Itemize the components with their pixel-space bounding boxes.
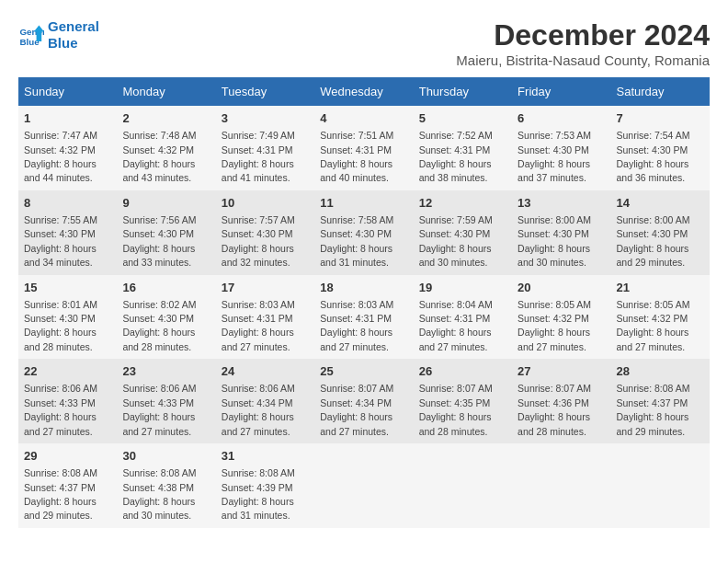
day-number: 15 xyxy=(24,280,111,296)
daylight-minutes: and 27 minutes. xyxy=(518,341,586,352)
daylight-info: Daylight: 8 hours xyxy=(24,327,97,338)
day-number: 6 xyxy=(518,110,605,127)
daylight-info: Daylight: 8 hours xyxy=(222,158,294,169)
day-cell: 13Sunrise: 8:00 AMSunset: 4:30 PMDayligh… xyxy=(512,190,610,275)
sunset-info: Sunset: 4:31 PM xyxy=(222,313,293,324)
daylight-info: Daylight: 8 hours xyxy=(320,243,392,254)
sunset-info: Sunset: 4:30 PM xyxy=(222,228,293,239)
day-cell: 22Sunrise: 8:06 AMSunset: 4:33 PMDayligh… xyxy=(18,359,117,443)
daylight-minutes: and 37 minutes. xyxy=(518,172,586,183)
daylight-info: Daylight: 8 hours xyxy=(24,243,97,254)
sunset-info: Sunset: 4:31 PM xyxy=(419,313,491,324)
sunrise-info: Sunrise: 7:59 AM xyxy=(419,214,493,225)
day-cell: 31Sunrise: 8:08 AMSunset: 4:39 PMDayligh… xyxy=(216,443,314,528)
sunrise-info: Sunrise: 7:49 AM xyxy=(222,130,295,141)
sunrise-info: Sunrise: 8:08 AM xyxy=(617,383,690,394)
sunrise-info: Sunrise: 7:56 AM xyxy=(122,214,196,225)
day-cell: 28Sunrise: 8:08 AMSunset: 4:37 PMDayligh… xyxy=(611,359,710,443)
sunrise-info: Sunrise: 8:06 AM xyxy=(24,383,97,394)
week-row-2: 8Sunrise: 7:55 AMSunset: 4:30 PMDaylight… xyxy=(18,190,710,275)
day-cell: 16Sunrise: 8:02 AMSunset: 4:30 PMDayligh… xyxy=(117,275,215,360)
day-cell: 27Sunrise: 8:07 AMSunset: 4:36 PMDayligh… xyxy=(512,359,610,443)
daylight-info: Daylight: 8 hours xyxy=(419,243,492,254)
daylight-info: Daylight: 8 hours xyxy=(617,327,689,338)
sunrise-info: Sunrise: 7:51 AM xyxy=(320,130,393,141)
sunrise-info: Sunrise: 8:07 AM xyxy=(518,383,591,394)
sunset-info: Sunset: 4:31 PM xyxy=(320,313,392,324)
day-cell: 2Sunrise: 7:48 AMSunset: 4:32 PMDaylight… xyxy=(117,106,215,190)
day-cell: 17Sunrise: 8:03 AMSunset: 4:31 PMDayligh… xyxy=(216,275,314,360)
logo: General Blue General Blue xyxy=(18,18,99,52)
day-cell: 29Sunrise: 8:08 AMSunset: 4:37 PMDayligh… xyxy=(18,443,117,528)
daylight-info: Daylight: 8 hours xyxy=(122,243,195,254)
daylight-info: Daylight: 8 hours xyxy=(518,411,590,422)
sunset-info: Sunset: 4:33 PM xyxy=(24,397,96,408)
daylight-info: Daylight: 8 hours xyxy=(24,411,97,422)
sunrise-info: Sunrise: 8:02 AM xyxy=(122,299,196,310)
sunrise-info: Sunrise: 8:00 AM xyxy=(617,214,690,225)
day-cell: 12Sunrise: 7:59 AMSunset: 4:30 PMDayligh… xyxy=(414,190,512,275)
day-cell: 25Sunrise: 8:07 AMSunset: 4:34 PMDayligh… xyxy=(314,359,413,443)
daylight-info: Daylight: 8 hours xyxy=(222,327,294,338)
sunrise-info: Sunrise: 7:52 AM xyxy=(419,130,493,141)
daylight-minutes: and 28 minutes. xyxy=(24,341,93,352)
daylight-minutes: and 30 minutes. xyxy=(518,257,586,268)
day-cell: 18Sunrise: 8:03 AMSunset: 4:31 PMDayligh… xyxy=(314,275,413,360)
sunset-info: Sunset: 4:30 PM xyxy=(122,313,194,324)
logo-line1: General xyxy=(48,18,99,35)
daylight-minutes: and 34 minutes. xyxy=(24,257,93,268)
sunrise-info: Sunrise: 8:06 AM xyxy=(222,383,295,394)
daylight-minutes: and 31 minutes. xyxy=(320,257,389,268)
sunrise-info: Sunrise: 8:01 AM xyxy=(24,299,97,310)
day-cell: 26Sunrise: 8:07 AMSunset: 4:35 PMDayligh… xyxy=(414,359,512,443)
daylight-minutes: and 27 minutes. xyxy=(617,341,686,352)
sunset-info: Sunset: 4:31 PM xyxy=(320,144,392,155)
day-number: 8 xyxy=(24,195,111,212)
sunrise-info: Sunrise: 8:07 AM xyxy=(320,383,393,394)
daylight-minutes: and 43 minutes. xyxy=(122,172,191,183)
daylight-info: Daylight: 8 hours xyxy=(24,496,97,507)
header-sunday: Sunday xyxy=(18,77,117,106)
day-cell xyxy=(512,443,610,528)
sunset-info: Sunset: 4:32 PM xyxy=(617,313,688,324)
day-number: 22 xyxy=(24,363,111,380)
day-number: 1 xyxy=(24,110,111,127)
week-row-4: 22Sunrise: 8:06 AMSunset: 4:33 PMDayligh… xyxy=(18,359,710,443)
daylight-minutes: and 32 minutes. xyxy=(222,257,290,268)
sunset-info: Sunset: 4:33 PM xyxy=(122,397,194,408)
day-number: 29 xyxy=(24,448,111,465)
sunrise-info: Sunrise: 8:07 AM xyxy=(419,383,493,394)
sunrise-info: Sunrise: 8:08 AM xyxy=(24,467,97,478)
daylight-minutes: and 27 minutes. xyxy=(24,426,93,437)
sunset-info: Sunset: 4:36 PM xyxy=(518,397,589,408)
day-cell: 4Sunrise: 7:51 AMSunset: 4:31 PMDaylight… xyxy=(314,106,413,190)
page-subtitle: Maieru, Bistrita-Nasaud County, Romania xyxy=(456,52,710,68)
daylight-minutes: and 41 minutes. xyxy=(222,172,290,183)
header-wednesday: Wednesday xyxy=(314,77,413,106)
daylight-minutes: and 33 minutes. xyxy=(122,257,191,268)
daylight-minutes: and 40 minutes. xyxy=(320,172,389,183)
daylight-minutes: and 30 minutes. xyxy=(122,510,191,521)
daylight-info: Daylight: 8 hours xyxy=(518,243,590,254)
day-number: 10 xyxy=(222,195,309,212)
page-header: General Blue General Blue December 2024 … xyxy=(18,18,710,68)
sunrise-info: Sunrise: 7:48 AM xyxy=(122,130,196,141)
daylight-minutes: and 36 minutes. xyxy=(617,172,686,183)
sunset-info: Sunset: 4:32 PM xyxy=(518,313,589,324)
day-number: 7 xyxy=(617,110,704,127)
sunset-info: Sunset: 4:30 PM xyxy=(320,228,392,239)
day-cell: 1Sunrise: 7:47 AMSunset: 4:32 PMDaylight… xyxy=(18,106,117,190)
sunrise-info: Sunrise: 8:03 AM xyxy=(320,299,393,310)
sunrise-info: Sunrise: 8:04 AM xyxy=(419,299,493,310)
sunrise-info: Sunrise: 8:08 AM xyxy=(122,467,196,478)
day-cell: 30Sunrise: 8:08 AMSunset: 4:38 PMDayligh… xyxy=(117,443,215,528)
sunset-info: Sunset: 4:32 PM xyxy=(24,144,96,155)
daylight-minutes: and 27 minutes. xyxy=(222,341,290,352)
day-number: 31 xyxy=(222,448,309,465)
sunrise-info: Sunrise: 8:05 AM xyxy=(617,299,690,310)
day-cell xyxy=(314,443,413,528)
sunset-info: Sunset: 4:39 PM xyxy=(222,482,293,493)
day-number: 2 xyxy=(122,110,210,127)
day-cell xyxy=(611,443,710,528)
daylight-info: Daylight: 8 hours xyxy=(24,158,97,169)
